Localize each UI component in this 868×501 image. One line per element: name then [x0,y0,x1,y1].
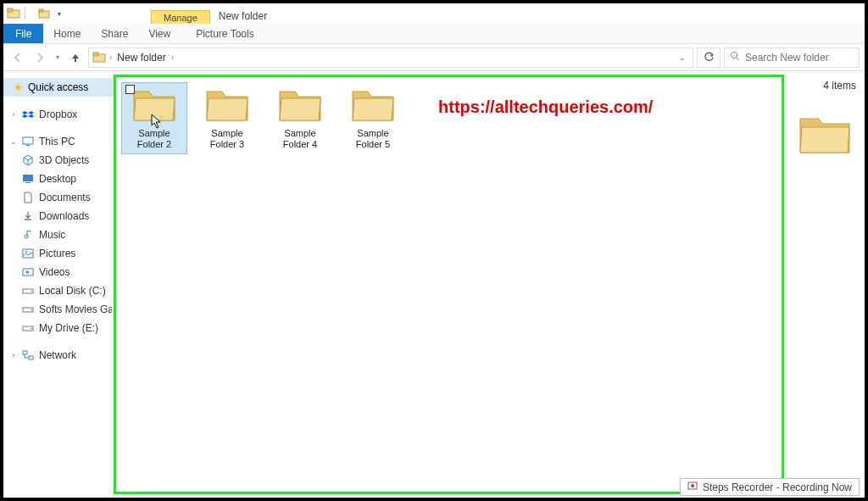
sidebar-item-label: Music [39,229,65,241]
search-box[interactable] [724,47,860,68]
sidebar-item-softs-drive[interactable]: Softs Movies Games [3,300,113,319]
sidebar-item-label: Local Disk (C:) [39,285,106,297]
folder-icon [92,51,106,64]
address-bar-row: ▾ › New folder › ⌄ [3,44,865,71]
sidebar-item-my-drive-e[interactable]: My Drive (E:) [3,319,113,337]
dropbox-icon [22,109,34,120]
folder-thumbnail-icon [798,112,851,159]
sidebar-item-music[interactable]: Music [3,225,113,244]
svg-rect-3 [39,9,43,12]
sidebar-item-videos[interactable]: Videos [3,263,113,281]
folder-icon [278,86,322,126]
tab-share[interactable]: Share [91,24,138,43]
sidebar-item-3d-objects[interactable]: 3D Objects [3,151,113,170]
folder-icon [351,86,395,126]
back-button[interactable] [8,48,27,67]
download-icon [22,210,34,222]
svg-point-20 [31,328,32,330]
item-checkbox[interactable] [125,85,135,94]
sidebar-item-pictures[interactable]: Pictures [3,244,113,263]
folder-icon [7,7,20,20]
main-pane: Sample Folder 2 Sample Folder 3 Sample F… [114,71,865,498]
folder-icon [205,86,249,126]
svg-point-18 [31,309,32,311]
items-grid: Sample Folder 2 Sample Folder 3 Sample F… [116,77,782,159]
star-icon: ★ [14,81,23,93]
sidebar-item-documents[interactable]: Documents [3,188,113,207]
sidebar-item-dropbox[interactable]: › Dropbox [3,105,113,124]
sidebar-item-label: Quick access [28,81,88,93]
desktop-icon [22,173,34,185]
chevron-right-icon[interactable]: › [109,53,112,62]
svg-point-16 [31,291,32,292]
folder-label: Sample Folder 4 [271,128,329,150]
sidebar-item-local-disk-c[interactable]: Local Disk (C:) [3,281,113,300]
sidebar-item-label: This PC [39,136,75,148]
chevron-right-icon[interactable]: › [10,110,17,119]
tab-view[interactable]: View [138,24,181,43]
folder-item[interactable]: Sample Folder 3 [194,82,260,154]
sidebar-item-desktop[interactable]: Desktop [3,170,113,188]
picture-icon [22,248,34,259]
folder-small-icon [37,7,51,20]
chevron-down-icon[interactable]: ⌄ [10,137,17,146]
svg-point-13 [25,251,27,253]
title-bar: │ ▾ Manage New folder [3,3,865,24]
svg-rect-1 [8,8,13,12]
watermark-text: https://alltechqueries.com/ [438,97,653,117]
navigation-pane[interactable]: ★ Quick access › Dropbox ⌄ This PC [3,71,114,498]
sidebar-item-network[interactable]: › Network [3,346,113,365]
svg-point-24 [691,484,694,487]
sidebar-item-label: Pictures [39,248,75,259]
sidebar-item-label: My Drive (E:) [39,322,98,334]
sidebar-item-label: Documents [39,192,91,203]
drive-icon [22,303,34,315]
chevron-down-icon[interactable]: ⌄ [679,53,686,62]
chevron-right-icon[interactable]: › [10,351,17,359]
folder-item[interactable]: Sample Folder 2 [121,82,187,154]
breadcrumb-segment[interactable]: New folder [115,52,167,64]
svg-rect-11 [25,182,31,183]
refresh-button[interactable] [697,47,721,68]
tab-picture-tools[interactable]: Picture Tools [186,24,264,43]
sidebar-item-label: Downloads [39,210,89,222]
divider-icon: │ [22,7,36,20]
quick-access-toolbar: │ ▾ [3,3,66,24]
drive-icon [22,285,34,297]
dropdown-icon[interactable]: ▾ [53,7,66,20]
sidebar-item-label: Desktop [39,173,76,185]
cube-icon [22,154,34,166]
sidebar-item-quick-access[interactable]: ★ Quick access [3,78,113,97]
sidebar-item-label: Videos [39,266,70,278]
svg-rect-8 [23,137,33,144]
music-icon [22,229,34,241]
tab-home[interactable]: Home [43,24,91,43]
forward-button[interactable] [31,48,49,67]
chevron-right-icon[interactable]: › [171,53,174,62]
item-count-label: 4 items [823,80,860,92]
breadcrumb[interactable]: › New folder › ⌄ [88,47,693,68]
explorer-window: │ ▾ Manage New folder File Home Share Vi… [3,3,865,498]
folder-item[interactable]: Sample Folder 4 [267,82,333,154]
folder-item[interactable]: Sample Folder 5 [340,82,406,154]
tab-file[interactable]: File [3,24,43,43]
window-title: New folder [210,8,275,24]
svg-line-7 [737,58,739,60]
sidebar-item-this-pc[interactable]: ⌄ This PC [3,132,113,151]
sidebar-item-label: Dropbox [39,109,77,120]
document-icon [22,192,34,203]
recent-locations-dropdown[interactable]: ▾ [53,48,63,67]
sidebar-item-label: Softs Movies Games [39,303,112,315]
search-input[interactable] [745,52,854,64]
network-icon [22,349,34,361]
svg-rect-22 [29,356,33,359]
contextual-tab-header: Manage [151,10,210,24]
svg-rect-5 [93,53,98,56]
steps-recorder-toast[interactable]: Steps Recorder - Recording Now [680,478,860,496]
svg-rect-12 [23,249,33,258]
sidebar-item-downloads[interactable]: Downloads [3,207,113,225]
folder-view[interactable]: Sample Folder 2 Sample Folder 3 Sample F… [114,75,784,494]
up-button[interactable] [66,48,85,67]
sidebar-item-label: 3D Objects [39,154,89,166]
recorder-label: Steps Recorder - Recording Now [703,482,852,493]
